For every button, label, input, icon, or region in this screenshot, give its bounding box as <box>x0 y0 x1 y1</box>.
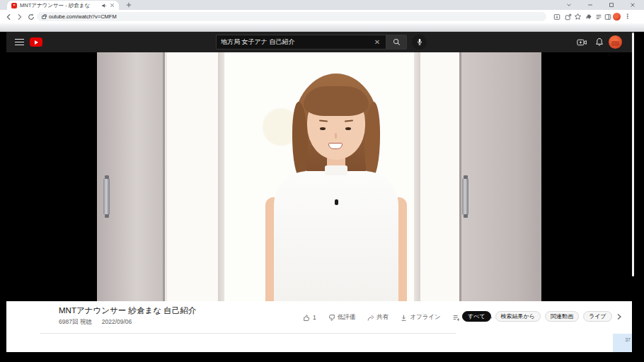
video-title: MNTアナウンサー 紗倉まな 自己紹介 <box>59 305 196 316</box>
presenter-hair-side-right <box>364 102 380 178</box>
browser-profile-avatar[interactable] <box>613 13 621 21</box>
save-page-icon[interactable] <box>553 13 560 21</box>
video-meta: 6987回 視聴 2022/09/06 <box>59 318 132 327</box>
save-playlist-icon <box>452 314 461 322</box>
download-icon <box>400 314 408 322</box>
share-button[interactable]: 共有 <box>367 313 389 322</box>
page-annotation: 37 <box>613 334 632 352</box>
share-page-icon[interactable] <box>564 13 572 21</box>
youtube-logo-icon[interactable] <box>30 37 42 47</box>
search-box[interactable]: ✕ <box>216 35 386 49</box>
forward-icon[interactable] <box>16 13 23 21</box>
thumb-up-icon <box>303 314 311 322</box>
browser-tab[interactable]: MNTアナウンサー - 紗倉まな <box>7 1 119 10</box>
thumb-down-icon <box>328 314 335 322</box>
share-icon <box>367 314 374 322</box>
search-area: ✕ <box>216 35 427 49</box>
like-count: 1 <box>313 314 316 321</box>
back-icon[interactable] <box>4 13 12 21</box>
presenter-mouth <box>328 143 343 149</box>
window-controls <box>565 0 641 10</box>
presenter-collar <box>325 165 347 175</box>
youtube-page: ✕ <box>6 32 634 352</box>
divider <box>40 333 456 334</box>
hamburger-menu-icon[interactable] <box>15 39 24 45</box>
url-bar[interactable]: outube.com/watch?v=CMFM <box>37 12 546 21</box>
lavalier-mic <box>335 199 338 205</box>
filter-chip-bar: すべて 検索結果から 関連動画 ライブ <box>462 311 622 322</box>
youtube-favicon-icon <box>11 3 17 8</box>
presenter-nose <box>335 133 337 139</box>
tab-audio-icon <box>101 3 107 8</box>
reading-list-icon[interactable] <box>594 13 602 21</box>
create-video-icon[interactable] <box>576 37 587 47</box>
browser-toolbar: outube.com/watch?v=CMFM ⋮ <box>0 10 644 23</box>
video-player[interactable] <box>97 52 541 301</box>
lock-icon <box>42 16 46 19</box>
tab-close-icon[interactable] <box>110 3 115 8</box>
mic-button[interactable] <box>412 35 427 49</box>
presenter-bangs <box>304 86 369 116</box>
chip-live[interactable]: ライブ <box>583 311 612 322</box>
browser-tab-strip: MNTアナウンサー - 紗倉まな <box>0 0 644 10</box>
screen: MNTアナウンサー - 紗倉まな <box>0 0 644 362</box>
side-panel-icon[interactable] <box>604 13 611 21</box>
mic-icon <box>416 36 423 49</box>
chip-all[interactable]: すべて <box>462 311 491 322</box>
chips-chevron-right-icon[interactable] <box>616 313 622 320</box>
reload-icon[interactable] <box>27 13 35 21</box>
scrollbar[interactable] <box>632 33 634 276</box>
search-input[interactable] <box>221 39 373 46</box>
video-info-panel: MNTアナウンサー 紗倉まな 自己紹介 6987回 視聴 2022/09/06 … <box>6 301 632 352</box>
window-maximize-icon[interactable] <box>607 1 616 9</box>
chip-from-search-results[interactable]: 検索結果から <box>495 311 541 322</box>
search-button[interactable] <box>386 35 407 49</box>
presenter <box>97 52 541 301</box>
window-minimize-icon[interactable] <box>586 1 594 9</box>
offline-button[interactable]: オフライン <box>400 313 441 322</box>
bookmark-star-icon[interactable] <box>574 13 582 21</box>
new-tab-button[interactable] <box>125 1 132 8</box>
dislike-label: 低評価 <box>338 313 356 322</box>
upload-date: 2022/09/06 <box>102 318 132 327</box>
notifications-bell-icon[interactable] <box>594 37 605 47</box>
presenter-eye-left <box>320 127 326 130</box>
window-close-icon[interactable] <box>628 1 637 9</box>
search-icon <box>393 36 401 49</box>
account-avatar[interactable] <box>609 35 622 49</box>
url-text: outube.com/watch?v=CMFM <box>49 13 117 20</box>
like-button[interactable]: 1 <box>303 314 316 322</box>
chrome-bottom-strip <box>0 23 644 32</box>
chip-related-videos[interactable]: 関連動画 <box>545 311 579 322</box>
browser-menu-dots-icon[interactable]: ⋮ <box>623 13 631 21</box>
view-count: 6987回 視聴 <box>59 318 92 327</box>
search-clear-icon[interactable]: ✕ <box>373 38 381 46</box>
dislike-button[interactable]: 低評価 <box>328 313 356 322</box>
youtube-header: ✕ <box>6 32 634 52</box>
share-label: 共有 <box>376 313 389 322</box>
tab-title: MNTアナウンサー - 紗倉まな <box>20 2 98 9</box>
presenter-white-top <box>274 171 398 301</box>
window-chevron-icon[interactable] <box>565 1 573 9</box>
offline-label: オフライン <box>410 313 441 322</box>
presenter-eye-right <box>345 127 351 130</box>
extensions-puzzle-icon[interactable] <box>585 13 592 21</box>
